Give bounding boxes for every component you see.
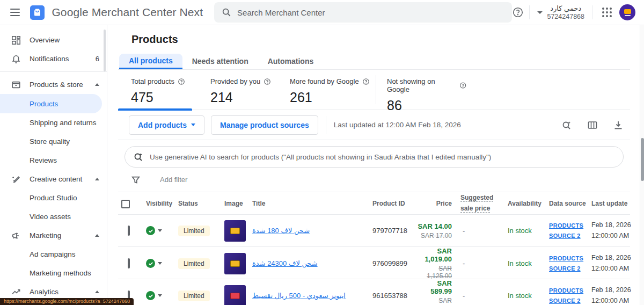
sidebar-item-overview[interactable]: Overview [0,31,107,49]
data-source-link[interactable]: PRODUCTSSOURCE 2 [549,255,583,272]
row-checkbox[interactable] [128,226,130,236]
help-icon[interactable] [264,78,271,85]
tab-automations[interactable]: Automations [258,54,324,69]
help-icon[interactable] [512,6,524,18]
help-icon[interactable] [362,78,370,85]
add-filter-field[interactable]: Add filter [160,176,187,184]
sidebar-item-label: Marketing methods [30,269,91,277]
help-icon[interactable] [459,82,466,89]
product-title-link[interactable]: شحن لاف 180 شدة [252,227,310,235]
help-icon[interactable] [178,78,185,85]
sidebar-scrollbar[interactable] [104,30,106,71]
sidebar-item-ad-campaigns[interactable]: Ad campaigns [0,245,107,264]
divider [0,71,107,72]
sidebar-item-label: Shipping and returns [30,119,97,127]
selected-stat-indicator [118,108,192,111]
avatar[interactable] [619,4,635,20]
sidebar-item-product-studio[interactable]: Product Studio [0,188,107,207]
sidebar: Overview Notifications 6 Products & stor… [0,25,107,305]
stat-more-found-by-google[interactable]: More found by Google 261 [290,77,376,110]
chevron-down-icon [537,11,543,14]
sidebar-item-creative-content[interactable]: Creative content [0,170,107,188]
last-update-date: Feb 18, 2026 [591,220,631,230]
header-visibility: Visibility [146,200,178,207]
tab-bar: All products Needs attention Automations [118,54,630,70]
global-search[interactable] [214,2,512,23]
chevron-up-icon [95,234,99,237]
download-icon[interactable] [613,120,624,130]
tab-all-products[interactable]: All products [119,54,182,69]
stat-label: Not showing on Google [387,77,456,93]
last-update-date: Feb 18, 2026 [591,253,631,263]
chevron-down-icon [158,229,162,232]
page-title: Products [131,33,630,46]
apps-grid-icon[interactable] [602,8,612,17]
page-scrollbar[interactable] [640,25,644,305]
sidebar-item-products[interactable]: Products [0,94,102,113]
visibility-toggle[interactable] [146,226,178,235]
product-id: 976099899 [372,259,418,267]
link-status-tooltip: https://merchants.google.com/mc/products… [0,298,134,305]
account-switcher[interactable]: دحمي كارد 5724247868 [535,4,587,20]
data-source-link[interactable]: PRODUCTSSOURCE 2 [549,222,583,239]
product-title-link[interactable]: ايتونز سعودي - 500 ريال تقسيط [252,292,346,300]
ai-search-icon[interactable] [561,120,572,130]
sidebar-item-store-quality[interactable]: Store quality [0,132,107,151]
availability: In stock [501,259,546,267]
sidebar-item-label: Ad campaigns [30,250,76,258]
stat-value: 214 [210,90,290,105]
divider [529,5,530,19]
stat-value: 86 [387,98,466,113]
sidebar-item-products-and-store[interactable]: Products & store [0,75,107,94]
product-image[interactable] [224,253,246,274]
app-title: Google Merchant Center Next [52,6,203,19]
pen-sparkle-icon [11,174,21,185]
product-title-link[interactable]: شحن لاف 24300 شدة [252,259,318,267]
original-price: SAR 599.00 [418,297,452,305]
tab-needs-attention[interactable]: Needs attention [182,54,258,69]
manage-product-sources-button[interactable]: Manage product sources [211,115,318,135]
account-id: 5724247868 [547,13,584,20]
ai-search-input[interactable] [150,153,615,161]
sidebar-item-marketing[interactable]: Marketing [0,226,107,245]
visibility-check-icon [146,291,155,300]
status-badge: Limited [178,291,210,301]
stat-not-showing-on-google[interactable]: Not showing on Google 86 [387,77,466,110]
merchant-center-logo-icon [30,5,45,20]
bell-icon [11,54,21,64]
stat-label: Provided by you [210,77,260,85]
account-name: دحمي كارد [547,4,584,12]
trend-line-icon [11,287,21,297]
row-checkbox[interactable] [128,258,130,268]
data-source-link[interactable]: PRODUCTSSOURCE 2 [549,287,583,304]
original-price: SAR 1,125.00 [418,265,452,280]
search-input[interactable] [237,8,504,17]
last-update-time: 12:00:00 AM [591,231,631,241]
chevron-up-icon [95,178,99,180]
scrollbar-thumb[interactable] [641,138,644,181]
menu-icon[interactable] [10,6,20,18]
sale-price: SAR 1,019.00 [418,247,452,263]
visibility-toggle[interactable] [146,291,178,300]
select-all-checkbox[interactable] [121,200,130,208]
sidebar-item-shipping-and-returns[interactable]: Shipping and returns [0,113,107,132]
suggested-sale-price: - [456,259,501,267]
filter-icon[interactable] [131,175,141,185]
visibility-toggle[interactable] [146,259,178,268]
product-image[interactable] [224,285,246,305]
columns-icon[interactable] [587,120,598,130]
suggested-sale-price: - [456,227,501,235]
stat-provided-by-you[interactable]: Provided by you 214 [210,77,290,110]
sidebar-item-reviews[interactable]: Reviews [0,151,107,170]
table-header: Visibility Status Image Title Product ID… [118,192,630,215]
sidebar-item-label: Analytics [30,288,58,296]
sidebar-item-video-assets[interactable]: Video assets [0,207,107,226]
ai-search-bar[interactable] [125,146,624,168]
add-products-button[interactable]: Add products [129,115,204,135]
price-cell: SAR 14.00 SAR 17.00 [418,222,456,239]
product-image[interactable] [224,220,246,242]
sidebar-item-notifications[interactable]: Notifications 6 [0,49,107,68]
product-id: 961653788 [372,292,418,300]
sidebar-item-marketing-methods[interactable]: Marketing methods [0,264,107,282]
stat-total-products[interactable]: Total products 475 [131,77,210,110]
